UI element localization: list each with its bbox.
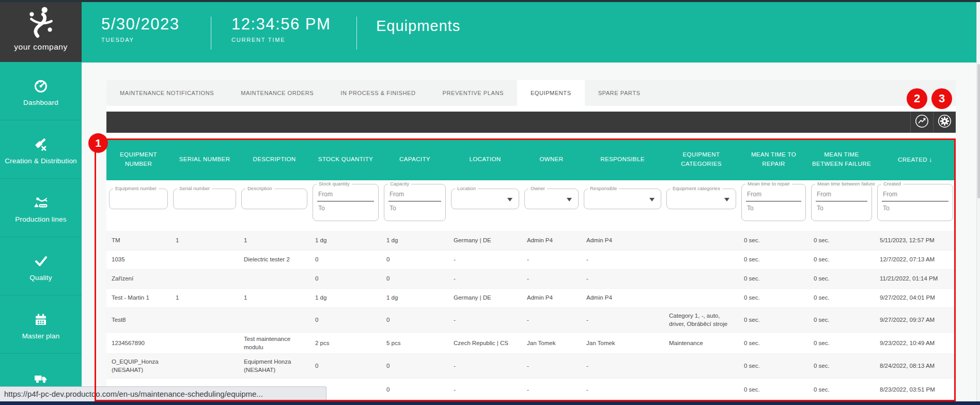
table-cell: 0 bbox=[381, 250, 448, 269]
sidebar-item-creation-and-distribution[interactable]: Creation & Distribution bbox=[0, 120, 82, 179]
table-cell: 1 dg bbox=[381, 288, 448, 307]
table-cell: - bbox=[448, 250, 522, 269]
table-row[interactable]: Test - Martin 1111 dg1 dgGermany | DEAdm… bbox=[106, 288, 956, 307]
table-cell: 1 dg bbox=[310, 231, 381, 250]
filter-equipment-number-input[interactable] bbox=[112, 195, 165, 201]
tab-equipments[interactable]: EQUIPMENTS bbox=[517, 80, 585, 106]
column-header-owner[interactable]: OWNER bbox=[522, 139, 581, 180]
table-cell: 2 pcs bbox=[310, 332, 381, 353]
table-cell bbox=[664, 353, 739, 378]
scrollbar-thumb[interactable] bbox=[977, 64, 980, 198]
filter-stock-quantity-from-input[interactable] bbox=[317, 190, 374, 201]
filter-created-to-input[interactable] bbox=[882, 204, 948, 213]
filter-equipment-number: Equipment number bbox=[109, 189, 168, 209]
column-header-label: CREATED bbox=[898, 157, 927, 163]
column-header-created[interactable]: CREATED↓ bbox=[875, 139, 956, 180]
column-header-mean-time-between-failure[interactable]: MEAN TIME BETWEEN FAILURE bbox=[808, 139, 875, 180]
filter-label: Mean time to repair bbox=[745, 181, 792, 186]
sidebar-item-dashboard[interactable]: Dashboard bbox=[0, 62, 82, 120]
filter-mean-time-to-repair-to-input[interactable] bbox=[746, 204, 801, 213]
column-header-serial-number[interactable]: SERIAL NUMBER bbox=[170, 139, 239, 180]
filter-mean-time-between-failure-from-input[interactable] bbox=[816, 190, 867, 201]
column-header-location[interactable]: LOCATION bbox=[448, 139, 522, 180]
filter-created-from-input[interactable] bbox=[882, 190, 948, 201]
table-cell: 12/7/2022, 07:13 AM bbox=[875, 250, 956, 269]
filter-cell-serial-number: Serial number bbox=[170, 180, 239, 231]
settings-button[interactable] bbox=[933, 112, 956, 133]
table-cell: 0 sec. bbox=[808, 269, 875, 288]
table-cell: 0 bbox=[381, 378, 448, 401]
sidebar-item-master-plan[interactable]: Master plan bbox=[0, 295, 82, 354]
table-filter-row: Equipment numberSerial numberDescription… bbox=[106, 180, 956, 231]
column-header-description[interactable]: DESCRIPTION bbox=[239, 139, 310, 180]
chevron-down-icon bbox=[649, 198, 655, 201]
column-header-equipment-number[interactable]: EQUIPMENT NUMBER bbox=[106, 139, 170, 180]
filter-mean-time-between-failure-to-input[interactable] bbox=[816, 204, 867, 213]
current-time-caption: CURRENT TIME bbox=[231, 37, 331, 43]
filter-equipment-categories-select[interactable]: Equipment categories bbox=[666, 189, 736, 209]
column-header-capacity[interactable]: CAPACITY bbox=[381, 139, 448, 180]
filter-label: Equipment number bbox=[113, 185, 159, 191]
table-cell: 0 sec. bbox=[739, 269, 808, 288]
tab-spare-parts[interactable]: SPARE PARTS bbox=[585, 80, 654, 106]
tab-preventive-plans[interactable]: PREVENTIVE PLANS bbox=[429, 80, 517, 106]
table-row[interactable]: Test800---Category 1, -, auto, driver, O… bbox=[106, 307, 956, 332]
filter-stock-quantity-to-input[interactable] bbox=[317, 204, 374, 213]
table-cell: Zařízení bbox=[106, 269, 170, 288]
table-row[interactable]: Zařízení00---0 sec.0 sec.11/21/2022, 01:… bbox=[106, 269, 956, 288]
table-cell: 1 bbox=[170, 231, 239, 250]
header-divider bbox=[356, 17, 357, 50]
table-row[interactable]: TM111 dg1 dgGermany | DEAdmin P4Admin P4… bbox=[106, 231, 956, 250]
filter-owner-select[interactable]: Owner bbox=[524, 189, 579, 209]
company-name: your company bbox=[0, 42, 82, 52]
filter-responsible-select[interactable]: Responsible bbox=[584, 189, 661, 209]
table-cell: - bbox=[581, 269, 664, 288]
filter-cell-location: Location bbox=[448, 180, 522, 231]
table-cell: 1 bbox=[170, 288, 239, 307]
filter-serial-number-input[interactable] bbox=[176, 195, 233, 201]
column-header-label: STOCK QUANTITY bbox=[318, 156, 373, 162]
app-header: 5/30/2023 TUESDAY 12:34:56 PM CURRENT TI… bbox=[82, 2, 976, 63]
sort-desc-icon[interactable]: ↓ bbox=[929, 155, 932, 163]
filter-cell-mean-time-to-repair: Mean time to repair bbox=[739, 180, 808, 231]
filter-capacity-to-input[interactable] bbox=[388, 204, 441, 213]
column-header-responsible[interactable]: RESPONSIBLE bbox=[581, 139, 664, 180]
filter-location-select[interactable]: Location bbox=[451, 189, 519, 209]
tab-maintenance-notifications[interactable]: MAINTENANCE NOTIFICATIONS bbox=[106, 80, 227, 106]
filter-cell-mean-time-between-failure: Mean time between failure bbox=[808, 180, 875, 231]
column-header-stock-quantity[interactable]: STOCK QUANTITY bbox=[310, 139, 381, 180]
table-cell: 9/27/2022, 09:37 AM bbox=[875, 307, 956, 332]
column-header-label: MEAN TIME TO REPAIR bbox=[751, 151, 796, 167]
column-header-mean-time-to-repair[interactable]: MEAN TIME TO REPAIR bbox=[739, 139, 808, 180]
table-cell: Jan Tomek bbox=[581, 332, 664, 353]
table-cell: 1 dg bbox=[381, 231, 448, 250]
table-cell: - bbox=[448, 269, 522, 288]
filter-serial-number: Serial number bbox=[173, 189, 236, 209]
filter-capacity-from-input[interactable] bbox=[388, 190, 441, 201]
company-logo[interactable]: your company bbox=[0, 0, 82, 62]
filter-created: Created bbox=[877, 184, 953, 221]
tab-maintenance-orders[interactable]: MAINTENANCE ORDERS bbox=[227, 80, 327, 106]
table-cell: - bbox=[581, 250, 664, 269]
filter-label: Description bbox=[245, 185, 274, 191]
filter-label: Equipment categories bbox=[671, 185, 722, 191]
table-cell: 1 bbox=[239, 231, 310, 250]
table-row[interactable]: O_EQUIP_Honza (NESAHAT)Equipment Honza (… bbox=[106, 353, 956, 378]
date-block: 5/30/2023 TUESDAY bbox=[101, 16, 179, 43]
sidebar-item-quality[interactable]: Quality bbox=[0, 237, 82, 295]
filter-cell-equipment-categories: Equipment categories bbox=[664, 180, 739, 231]
production-line-icon bbox=[33, 203, 49, 212]
column-header-equipment-categories[interactable]: EQUIPMENT CATEGORIES bbox=[664, 139, 739, 180]
filter-mean-time-to-repair-from-input[interactable] bbox=[746, 190, 801, 201]
sidebar-item-production-lines[interactable]: Production lines bbox=[0, 179, 82, 237]
equipments-table: EQUIPMENT NUMBERSERIAL NUMBERDESCRIPTION… bbox=[106, 139, 956, 401]
filter-description-input[interactable] bbox=[244, 195, 304, 201]
table-cell bbox=[664, 378, 739, 401]
table-cell bbox=[239, 269, 310, 288]
table-cell: 0 bbox=[310, 307, 381, 332]
table-row[interactable]: 1035Dielectric tester 200---0 sec.0 sec.… bbox=[106, 250, 956, 269]
vertical-scrollbar[interactable] bbox=[976, 2, 980, 401]
tab-in-process-and-finished[interactable]: IN PROCESS & FINISHED bbox=[327, 80, 429, 106]
chart-button[interactable] bbox=[910, 112, 933, 133]
table-row[interactable]: 1234567890Test maintenance modulu2 pcs5 … bbox=[106, 332, 956, 353]
